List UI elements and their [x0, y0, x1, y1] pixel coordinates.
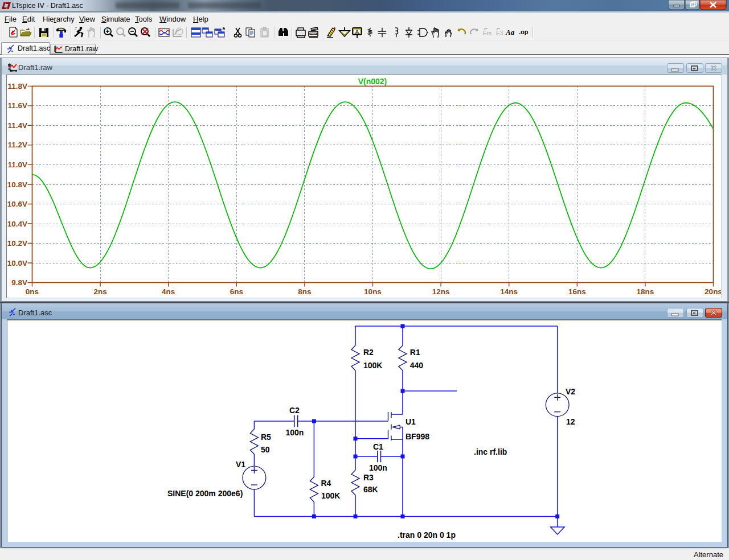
svg-text:6ns: 6ns	[230, 287, 243, 296]
svg-text:C2: C2	[289, 406, 300, 415]
svg-text:E3: E3	[496, 30, 503, 36]
svg-text:11.4V: 11.4V	[7, 121, 27, 130]
svg-text:16ns: 16ns	[568, 287, 586, 296]
svg-text:50: 50	[261, 445, 270, 454]
svg-text:R4: R4	[321, 479, 331, 488]
svg-text:9.8V: 9.8V	[11, 278, 27, 287]
svg-text:11.2V: 11.2V	[7, 141, 27, 149]
svg-text:440: 440	[410, 361, 424, 370]
svg-text:U1: U1	[406, 417, 416, 426]
svg-text:68K: 68K	[363, 485, 378, 494]
svg-text:A: A	[355, 28, 359, 35]
svg-text:SINE(0 200m 200e6): SINE(0 200m 200e6)	[167, 489, 243, 498]
svg-text:4ns: 4ns	[162, 287, 175, 296]
svg-text:11.6V: 11.6V	[7, 101, 27, 110]
svg-text:R2: R2	[363, 348, 374, 357]
svg-text:100K: 100K	[321, 491, 340, 500]
svg-text:100n: 100n	[369, 463, 387, 472]
svg-text:Em: Em	[483, 30, 492, 36]
svg-text:V(n002): V(n002)	[358, 77, 387, 86]
svg-text:C1: C1	[373, 442, 383, 451]
svg-text:11.8V: 11.8V	[7, 82, 27, 90]
svg-text:11.0V: 11.0V	[7, 160, 27, 169]
svg-text:10.6V: 10.6V	[7, 200, 27, 208]
svg-text:10.4V: 10.4V	[7, 220, 27, 228]
svg-text:.inc rf.lib: .inc rf.lib	[474, 447, 507, 456]
svg-text:0ns: 0ns	[26, 287, 39, 296]
svg-text:8ns: 8ns	[298, 287, 311, 296]
svg-text:12ns: 12ns	[432, 287, 450, 296]
svg-text:.op: .op	[519, 28, 529, 35]
svg-text:10ns: 10ns	[364, 287, 382, 296]
svg-text:10.0V: 10.0V	[7, 259, 27, 267]
svg-text:10.2V: 10.2V	[7, 239, 27, 248]
svg-text:20ns: 20ns	[705, 287, 721, 296]
svg-text:100n: 100n	[286, 428, 304, 437]
svg-text:100K: 100K	[363, 361, 382, 370]
svg-text:.tran 0 20n 0 1p: .tran 0 20n 0 1p	[398, 530, 456, 540]
svg-text:2ns: 2ns	[93, 287, 107, 296]
svg-text:18ns: 18ns	[637, 287, 654, 296]
svg-text:14ns: 14ns	[500, 287, 518, 296]
svg-text:V2: V2	[566, 387, 575, 396]
svg-text:V1: V1	[236, 460, 245, 469]
svg-text:R5: R5	[261, 433, 271, 442]
svg-text:12: 12	[566, 417, 575, 426]
svg-text:10.8V: 10.8V	[7, 180, 27, 189]
svg-text:BF998: BF998	[406, 432, 429, 441]
svg-text:R1: R1	[410, 348, 420, 357]
svg-text:Aa: Aa	[505, 28, 515, 36]
svg-text:R3: R3	[363, 473, 374, 482]
